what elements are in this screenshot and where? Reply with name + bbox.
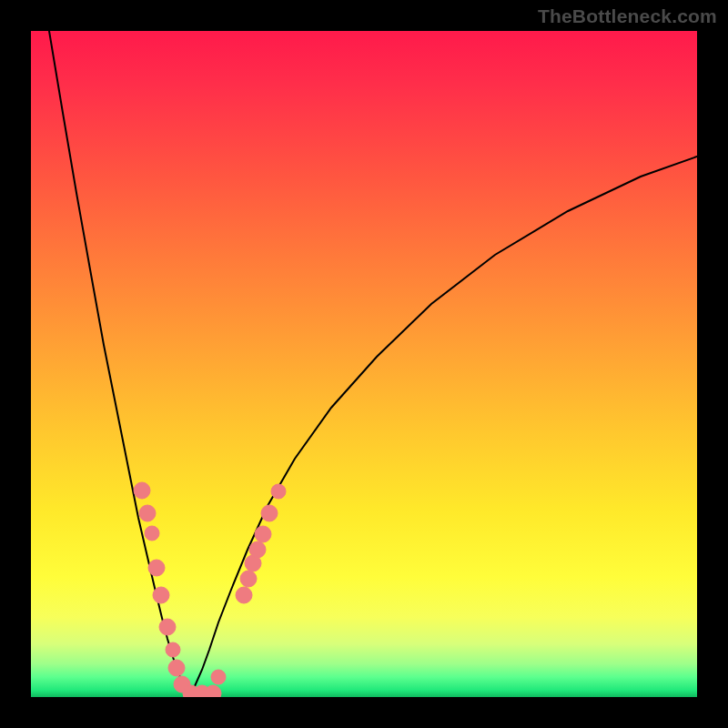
data-marker <box>134 482 150 499</box>
data-marker <box>139 505 156 521</box>
data-marker <box>145 526 159 541</box>
data-marker <box>249 541 266 558</box>
plot-area <box>31 31 697 697</box>
data-marker <box>236 587 252 603</box>
data-markers-group <box>134 482 286 697</box>
chart-svg <box>31 31 697 697</box>
data-marker <box>153 587 169 603</box>
chart-frame: TheBottleneck.com <box>0 0 728 728</box>
data-marker <box>159 619 176 635</box>
data-marker <box>255 526 271 542</box>
data-marker <box>240 571 257 587</box>
data-marker <box>271 484 286 499</box>
data-marker <box>168 660 185 676</box>
data-marker <box>211 670 226 684</box>
data-marker <box>205 685 221 697</box>
watermark-text: TheBottleneck.com <box>538 5 717 27</box>
curve-right-branch <box>189 157 697 695</box>
data-marker <box>148 560 165 576</box>
data-marker <box>166 642 180 657</box>
data-marker <box>261 505 278 521</box>
